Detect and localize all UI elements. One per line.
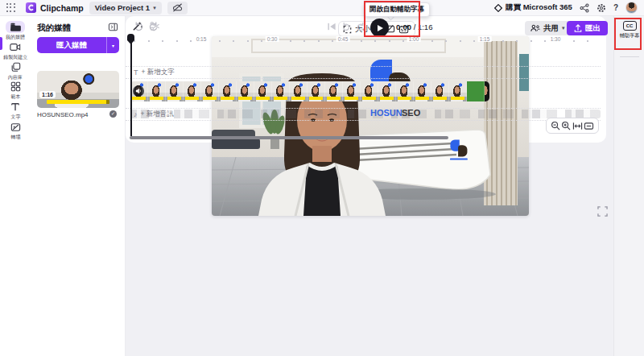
user-avatar[interactable] (625, 2, 638, 14)
suggestions-wand-icon[interactable] (132, 21, 142, 31)
share-label: 共用 (543, 23, 559, 34)
top-bar: Clipchamp Video Project 1 ▾ 購買 Microsoft… (0, 0, 644, 16)
filmstrip-frame (343, 81, 361, 101)
media-panel: 我的媒體 匯入媒體 ▾ 1:16 HOSUNSEO.mp4 ✓ (31, 16, 126, 356)
auto-captions-tooltip: 開啟自動輔助字幕 (364, 2, 430, 17)
media-panel-title: 我的媒體 (37, 23, 71, 34)
clipchamp-app: Clipchamp Video Project 1 ▾ 購買 Microsoft… (0, 0, 644, 356)
clip-volume-icon (133, 85, 144, 97)
clipchamp-logo: Clipchamp (26, 2, 84, 13)
time-separator: / (411, 23, 418, 31)
filmstrip-frame (396, 81, 414, 101)
sidebar-item-my-media[interactable]: 我的媒體 (0, 21, 31, 41)
library-icon (6, 61, 25, 73)
help-button[interactable]: ? (613, 3, 618, 12)
captions-panel-button[interactable]: CC 輔助字幕 (621, 21, 638, 39)
sidebar-label: 轉場 (10, 134, 20, 140)
import-media-button[interactable]: 匯入媒體 ▾ (37, 37, 119, 53)
current-time: 0:00 (396, 23, 411, 31)
play-button[interactable] (370, 19, 389, 37)
skip-to-start-icon[interactable] (327, 22, 336, 31)
fullscreen-icon[interactable] (597, 206, 608, 217)
sidebar-item-text[interactable]: 文字 (0, 101, 31, 121)
ruler-label: 1:30 (549, 36, 563, 42)
filmstrip-frame (361, 81, 378, 101)
buy-microsoft-365-button[interactable]: 購買 Microsoft 365 (494, 2, 572, 13)
clip-duration-badge: 1:16 (39, 91, 56, 98)
sidebar-item-record-create[interactable]: 錄製與建立 (0, 41, 31, 61)
share-nodes-icon[interactable] (580, 3, 589, 13)
divider (620, 56, 639, 57)
zoom-out-icon[interactable] (551, 121, 560, 130)
total-time: 1:16 (418, 23, 433, 31)
filmstrip-frame (272, 81, 290, 101)
filmstrip-frame-green (467, 81, 485, 101)
fit-to-screen-icon[interactable] (572, 122, 583, 130)
filmstrip-frame (219, 81, 237, 101)
app-name: Clipchamp (40, 3, 84, 13)
playhead-line (130, 43, 132, 136)
sync-status-icon: ✓ (109, 110, 117, 118)
step-forward-icon[interactable] (356, 22, 365, 31)
time-display: 0:00 / 1:16 (396, 23, 432, 31)
step-back-icon[interactable] (341, 22, 351, 31)
filmstrip-frame (201, 81, 219, 101)
text-track-icon: T (134, 68, 138, 77)
ruler-label: 1:15 (478, 36, 492, 42)
export-icon (574, 24, 582, 33)
filmstrip-frame (449, 81, 467, 101)
sidebar-label: 我的媒體 (6, 34, 25, 40)
media-clip-thumbnail (37, 71, 119, 108)
settings-gear-icon[interactable] (597, 3, 606, 13)
app-launcher-icon[interactable] (6, 3, 15, 12)
horizontal-scrollbar[interactable] (130, 136, 448, 139)
share-button[interactable]: 共用 ▾ (525, 21, 571, 35)
filmstrip-frame (290, 81, 308, 101)
timeline-zoom-controls (546, 118, 599, 134)
filmstrip-frame-end (485, 81, 489, 101)
cloud-slash-icon (172, 3, 183, 12)
sidebar-item-transitions[interactable]: 轉場 (0, 121, 31, 141)
text-icon (6, 101, 25, 113)
sidebar-item-content-library[interactable]: 內容庫 (0, 61, 31, 81)
sidebar-item-templates[interactable]: 範本 (0, 81, 31, 101)
backup-off-button[interactable] (167, 2, 188, 14)
filmstrip-frame (254, 81, 272, 101)
collapse-panel-icon[interactable] (108, 23, 118, 31)
zoom-in-icon[interactable] (561, 121, 571, 130)
play-icon (378, 25, 383, 31)
captions-panel-label: 輔助字幕 (620, 32, 640, 39)
buy-label: 購買 Microsoft 365 (506, 2, 572, 13)
filmstrip-frame (308, 81, 325, 101)
filmstrip-frame (148, 81, 166, 101)
export-button[interactable]: 匯出 (567, 21, 608, 35)
ruler-label: 0:15 (195, 36, 208, 42)
video-clip[interactable] (130, 81, 489, 101)
import-options-chevron[interactable]: ▾ (106, 37, 119, 53)
ruler-label: 0:30 (266, 36, 279, 42)
filmstrip-frame (414, 81, 431, 101)
frame-view-icon[interactable] (584, 122, 594, 130)
editor-canvas: 大小 ▾ 共用 ▾ 匯出 (126, 16, 613, 356)
sidebar: 我的媒體 錄製與建立 內容庫 範本 文字 (0, 16, 31, 356)
video-frame: HOSUN SEO (212, 36, 529, 216)
clipchamp-logo-icon (26, 2, 36, 13)
video-preview[interactable]: HOSUN SEO (212, 36, 529, 216)
timeline-ruler[interactable]: 0:150:300:451:001:151:30 (126, 35, 601, 47)
filmstrip-frame (166, 81, 184, 101)
filmstrip-frame (184, 81, 201, 101)
export-label: 匯出 (585, 23, 601, 34)
audio-waveform (130, 110, 601, 118)
cc-icon: CC (623, 21, 637, 31)
media-clip-card[interactable]: 1:16 (37, 71, 119, 108)
filmstrip-frame (325, 81, 343, 101)
sidebar-label: 範本 (10, 93, 20, 100)
templates-icon (6, 81, 25, 93)
camera-icon (6, 41, 25, 53)
project-name-button[interactable]: Video Project 1 ▾ (89, 2, 162, 14)
add-text-label: + 新增文字 (142, 68, 175, 77)
split-scissors-icon[interactable] (150, 21, 160, 31)
text-track-placeholder[interactable]: T + 新增文字 (126, 66, 601, 79)
ruler-label: 0:45 (336, 36, 350, 42)
transitions-icon (6, 121, 25, 133)
